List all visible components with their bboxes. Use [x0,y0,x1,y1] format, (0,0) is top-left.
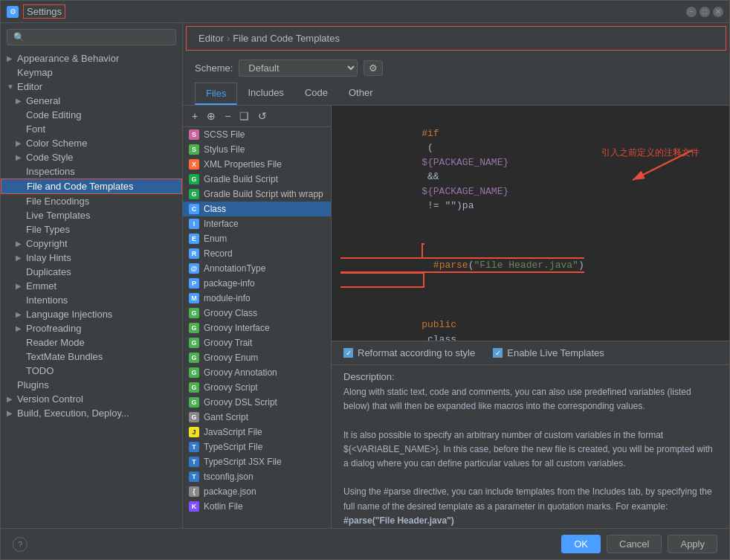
code-var-2: ${PACKAGE_NAME} [421,186,508,197]
sidebar-item-todo[interactable]: TODO [1,364,182,378]
file-item-kotlin[interactable]: K Kotlin File [183,499,331,514]
sidebar-item-duplicates[interactable]: Duplicates [1,265,182,279]
file-name-xml: XML Properties File [204,159,282,170]
file-item-gradle-wrapper[interactable]: G Gradle Build Script with wrapp [183,187,331,202]
file-item-js[interactable]: J JavaScript File [183,425,331,440]
file-item-groovy-annotation[interactable]: G Groovy Annotation [183,365,331,380]
expand-arrow-fct [16,182,27,190]
duplicate-template-button[interactable]: ❑ [236,109,252,123]
expand-arrow-inlay: ▶ [16,254,26,262]
tab-other[interactable]: Other [338,83,384,105]
file-item-interface[interactable]: I Interface [183,216,331,231]
sidebar-item-file-types[interactable]: File Types [1,222,182,236]
sidebar-item-lang-inject[interactable]: ▶ Language Injections [1,307,182,321]
sidebar: ▶ Appearance & Behavior Keymap ▼ Editor … [1,23,183,528]
maximize-button[interactable]: □ [700,7,710,17]
sidebar-item-code-style[interactable]: ▶ Code Style [1,150,182,164]
file-item-module-info[interactable]: M module-info [183,291,331,306]
sidebar-item-textmate[interactable]: TextMate Bundles [1,350,182,364]
file-item-tsconfig[interactable]: T tsconfig.json [183,469,331,484]
file-name-tsx: TypeScript JSX File [204,457,282,467]
right-panel: Editor › File and Code Templates Scheme:… [183,23,729,528]
file-item-xml[interactable]: X XML Properties File [183,157,331,172]
class-keyword: class [421,334,462,341]
sidebar-item-general[interactable]: ▶ General [1,94,182,108]
file-item-gant[interactable]: G Gant Script [183,410,331,425]
xml-icon: X [189,159,199,170]
sidebar-item-reader-mode[interactable]: Reader Mode [1,335,182,350]
file-item-ts[interactable]: T TypeScript File [183,440,331,454]
sidebar-item-copyright[interactable]: ▶ Copyright [1,236,182,251]
file-item-stylus[interactable]: S Stylus File [183,142,331,157]
file-item-groovy-interface[interactable]: G Groovy Interface [183,321,331,335]
file-name-groovy-dsl: Groovy DSL Script [204,397,277,408]
reformat-checkbox[interactable]: ✓ [343,348,353,358]
sidebar-item-file-and-code-templates[interactable]: File and Code Templates [1,178,182,194]
sidebar-item-plugins[interactable]: Plugins [1,378,182,392]
sidebar-item-intentions[interactable]: Intentions [1,293,182,307]
sidebar-item-font[interactable]: Font [1,122,182,136]
file-item-groovy-trait[interactable]: G Groovy Trait [183,335,331,350]
sidebar-item-vc[interactable]: ▶ Version Control [1,392,182,406]
sidebar-item-code-editing[interactable]: Code Editing [1,108,182,122]
tab-includes[interactable]: Includes [237,83,294,105]
sidebar-item-color-scheme[interactable]: ▶ Color Scheme [1,136,182,150]
reformat-checkbox-label[interactable]: ✓ Reformat according to style [343,347,475,358]
sidebar-label-fct: File and Code Templates [27,181,134,192]
close-button[interactable]: ✕ [713,7,723,17]
sidebar-item-keymap[interactable]: Keymap [1,65,182,80]
file-item-groovy-script[interactable]: G Groovy Script [183,380,331,395]
help-button[interactable]: ? [13,537,28,552]
sidebar-item-proofreading[interactable]: ▶ Proofreading [1,321,182,335]
scheme-label: Scheme: [195,62,233,74]
file-item-scss[interactable]: S SCSS File [183,127,331,142]
sidebar-item-inlay-hints[interactable]: ▶ Inlay Hints [1,251,182,265]
sidebar-item-inspections[interactable]: Inspections [1,164,182,178]
cancel-button[interactable]: Cancel [607,535,662,553]
bottom-options: ✓ Reformat according to style ✓ Enable L… [332,341,729,364]
file-item-package-info[interactable]: P package-info [183,276,331,291]
live-templates-checkbox-label[interactable]: ✓ Enable Live Templates [493,347,604,358]
search-box[interactable] [7,29,176,45]
apply-button[interactable]: Apply [668,535,717,553]
expand-arrow: ▶ [7,54,17,62]
expand-arrow-dup [16,268,26,276]
ok-button[interactable]: OK [561,535,601,553]
add-template-button[interactable]: + [189,109,201,123]
file-item-pkg-json[interactable]: { package.json [183,484,331,499]
sidebar-item-emmet[interactable]: ▶ Emmet [1,279,182,293]
search-input[interactable] [7,29,176,45]
scheme-select[interactable]: Default Project [239,59,358,77]
file-item-tsx[interactable]: T TypeScript JSX File [183,454,331,469]
file-item-groovy-enum[interactable]: G Groovy Enum [183,350,331,365]
sidebar-item-build[interactable]: ▶ Build, Execution, Deploy... [1,406,182,420]
file-name-scss: SCSS File [204,129,245,140]
code-text-2: && [421,171,445,182]
file-item-class[interactable]: C Class [183,202,331,216]
desc-text-1: Along with static text, code and comment… [343,387,691,411]
file-item-record[interactable]: R Record [183,246,331,261]
file-item-gradle-build[interactable]: G Gradle Build Script [183,172,331,187]
file-item-annotation[interactable]: @ AnnotationType [183,261,331,276]
copy-template-button[interactable]: ⊕ [204,109,219,123]
scheme-gear-button[interactable]: ⚙ [364,60,383,76]
settings-icon: ⚙ [7,6,19,18]
live-templates-checkbox[interactable]: ✓ [493,348,503,358]
remove-template-button[interactable]: − [222,109,233,123]
file-item-groovy-dsl[interactable]: G Groovy DSL Script [183,395,331,410]
minimize-button[interactable]: − [686,7,697,17]
file-item-enum[interactable]: E Enum [183,231,331,246]
code-content[interactable]: #if ( ${PACKAGE_NAME} && ${PACKAGE_NAME}… [332,106,729,341]
sidebar-label-li: Language Injections [26,309,112,320]
tab-files[interactable]: Files [195,83,237,105]
expand-arrow-emmet: ▶ [16,282,26,290]
reset-template-button[interactable]: ↺ [255,109,270,123]
sidebar-label-ft: File Types [26,224,70,235]
file-item-groovy-class[interactable]: G Groovy Class [183,306,331,321]
sidebar-item-file-encodings[interactable]: File Encodings [1,194,182,208]
tab-code[interactable]: Code [294,83,338,105]
sidebar-item-appearance[interactable]: ▶ Appearance & Behavior [1,51,182,65]
sidebar-item-editor[interactable]: ▼ Editor [1,80,182,94]
sidebar-item-live-templates[interactable]: Live Templates [1,208,182,222]
sidebar-label-vc: Version Control [17,393,83,405]
